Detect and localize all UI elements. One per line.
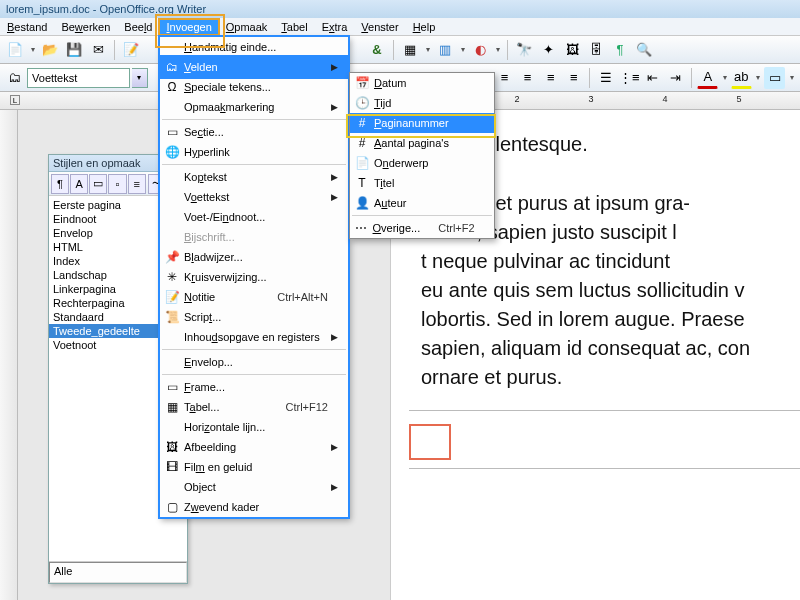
menu-item-sectie-[interactable]: ▭Sectie...: [160, 122, 348, 142]
insert-menu-dropdown[interactable]: Handmatig einde...🗂Velden▶ΩSpeciale teke…: [159, 36, 349, 518]
align-left-icon[interactable]: ≡: [494, 67, 515, 89]
menu-icon: ✳: [160, 270, 184, 284]
menu-item-afbeelding[interactable]: 🖼Afbeelding▶: [160, 437, 348, 457]
font-color-icon[interactable]: A: [697, 67, 718, 89]
window-title: lorem_ipsum.doc - OpenOffice.org Writer: [6, 3, 206, 15]
menu-item-film-en-geluid[interactable]: 🎞Film en geluid: [160, 457, 348, 477]
menu-shortcut: Ctrl+F12: [286, 401, 329, 413]
open-icon[interactable]: 📂: [39, 39, 61, 61]
menu-item-velden[interactable]: 🗂Velden▶: [160, 57, 348, 77]
style-dropdown[interactable]: ▾: [132, 68, 147, 88]
paragraph-style-select[interactable]: Voettekst: [27, 68, 130, 88]
menu-item-onderwerp[interactable]: 📄Onderwerp: [350, 153, 494, 173]
menu-item-label: Tijd: [374, 97, 474, 109]
menu-item-tijd[interactable]: 🕒Tijd: [350, 93, 494, 113]
menu-item-handmatig-einde-[interactable]: Handmatig einde...: [160, 37, 348, 57]
columns-icon[interactable]: ▥: [434, 39, 456, 61]
menu-item-envelop-[interactable]: Envelop...: [160, 352, 348, 372]
menu-item-tabel-[interactable]: ▦Tabel...Ctrl+F12: [160, 397, 348, 417]
menu-item-overige-[interactable]: ⋯Overige...Ctrl+F2: [350, 218, 494, 238]
menu-item-datum[interactable]: 📅Datum: [350, 73, 494, 93]
menu-shortcut: Ctrl+Alt+N: [277, 291, 328, 303]
fields-submenu-dropdown[interactable]: 📅Datum🕒Tijd#Paginanummer#Aantal pagina's…: [349, 72, 495, 239]
menu-icon: 🗂: [160, 60, 184, 74]
character-styles-icon[interactable]: A: [70, 174, 88, 194]
new-dropdown[interactable]: ▾: [28, 45, 37, 54]
menu-icon: 🖼: [160, 440, 184, 454]
menu-item-voettekst[interactable]: Voettekst▶: [160, 187, 348, 207]
menu-bestand[interactable]: Bestand: [0, 19, 54, 35]
menu-item-auteur[interactable]: 👤Auteur: [350, 193, 494, 213]
menu-extra[interactable]: Extra: [315, 19, 355, 35]
email-icon[interactable]: ✉: [87, 39, 109, 61]
menu-item-kruisverwijzing-[interactable]: ✳Kruisverwijzing...: [160, 267, 348, 287]
menu-item-speciale-tekens-[interactable]: ΩSpeciale tekens...: [160, 77, 348, 97]
nonprint-icon[interactable]: ¶: [609, 39, 631, 61]
styles-filter-select[interactable]: Alle: [49, 562, 187, 583]
page-styles-icon[interactable]: ▫: [108, 174, 126, 194]
save-icon[interactable]: 💾: [63, 39, 85, 61]
gallery-icon[interactable]: 🖼: [561, 39, 583, 61]
paragraph-styles-icon[interactable]: ¶: [51, 174, 69, 194]
highlight-icon[interactable]: ab: [731, 67, 752, 89]
menu-item-label: Horizontale lijn...: [184, 421, 328, 433]
menu-tabel[interactable]: Tabel: [274, 19, 314, 35]
menu-item-inhoudsopgave-en-registers[interactable]: Inhoudsopgave en registers▶: [160, 327, 348, 347]
indent-icon[interactable]: ⇥: [665, 67, 686, 89]
align-center-icon[interactable]: ≡: [517, 67, 538, 89]
ruler-tab-toggle[interactable]: L: [10, 95, 20, 105]
ruler-numbers: 2345: [480, 94, 776, 104]
menu-help[interactable]: Help: [406, 19, 443, 35]
menu-item-paginanummer[interactable]: #Paginanummer: [350, 113, 494, 133]
menu-item-label: Bladwijzer...: [184, 251, 328, 263]
menu-item-opmaakmarkering[interactable]: Opmaakmarkering▶: [160, 97, 348, 117]
menu-item-hyperlink[interactable]: 🌐Hyperlink: [160, 142, 348, 162]
bg-color-icon[interactable]: ▭: [764, 67, 785, 89]
edit-doc-icon[interactable]: 📝: [120, 39, 142, 61]
menu-item-bladwijzer-[interactable]: 📌Bladwijzer...: [160, 247, 348, 267]
menu-icon: 📄: [350, 156, 374, 170]
menu-bewerken[interactable]: Bewerken: [54, 19, 117, 35]
menu-item-label: Hyperlink: [184, 146, 328, 158]
find-icon[interactable]: 🔭: [513, 39, 535, 61]
shapes-icon[interactable]: ◐: [469, 39, 491, 61]
menu-icon: #: [350, 136, 374, 150]
menu-item-label: Film en geluid: [184, 461, 328, 473]
datasource-icon[interactable]: 🗄: [585, 39, 607, 61]
outdent-icon[interactable]: ⇤: [642, 67, 663, 89]
styles-panel-toggle-icon[interactable]: 🗂: [4, 67, 25, 89]
new-doc-icon[interactable]: 📄: [4, 39, 26, 61]
and-icon[interactable]: &: [366, 39, 388, 61]
menu-item-object[interactable]: Object▶: [160, 477, 348, 497]
align-right-icon[interactable]: ≡: [540, 67, 561, 89]
menu-item-voet-eindnoot-[interactable]: Voet-/Eindnoot...: [160, 207, 348, 227]
align-justify-icon[interactable]: ≡: [563, 67, 584, 89]
menu-item-zwevend-kader[interactable]: ▢Zwevend kader: [160, 497, 348, 517]
table-dropdown[interactable]: ▾: [423, 45, 432, 54]
footer-boundary-top: [409, 410, 800, 411]
menu-beeld[interactable]: Beeld: [117, 19, 159, 35]
menubar: BestandBewerkenBeeldInvoegenOpmaakTabelE…: [0, 18, 800, 36]
menu-icon: ⋯: [350, 221, 373, 235]
menu-invoegen[interactable]: Invoegen: [159, 19, 218, 35]
menu-item-titel[interactable]: TTitel: [350, 173, 494, 193]
menu-item-label: Kruisverwijzing...: [184, 271, 328, 283]
menu-venster[interactable]: Venster: [354, 19, 405, 35]
menu-item-koptekst[interactable]: Koptekst▶: [160, 167, 348, 187]
menu-item-label: Object: [184, 481, 328, 493]
list-styles-icon[interactable]: ≡: [128, 174, 146, 194]
menu-item-label: Zwevend kader: [184, 501, 328, 513]
menu-item-notitie[interactable]: 📝NotitieCtrl+Alt+N: [160, 287, 348, 307]
menu-item-script-[interactable]: 📜Script...: [160, 307, 348, 327]
bullet-list-icon[interactable]: ⋮≡: [618, 67, 640, 89]
table-icon[interactable]: ▦: [399, 39, 421, 61]
zoom-icon[interactable]: 🔍: [633, 39, 655, 61]
menu-icon: 🌐: [160, 145, 184, 159]
menu-item-aantal-pagina-s[interactable]: #Aantal pagina's: [350, 133, 494, 153]
frame-styles-icon[interactable]: ▭: [89, 174, 107, 194]
numbered-list-icon[interactable]: ☰: [595, 67, 616, 89]
menu-opmaak[interactable]: Opmaak: [219, 19, 275, 35]
navigator-icon[interactable]: ✦: [537, 39, 559, 61]
menu-item-frame-[interactable]: ▭Frame...: [160, 377, 348, 397]
menu-item-horizontale-lijn-[interactable]: Horizontale lijn...: [160, 417, 348, 437]
